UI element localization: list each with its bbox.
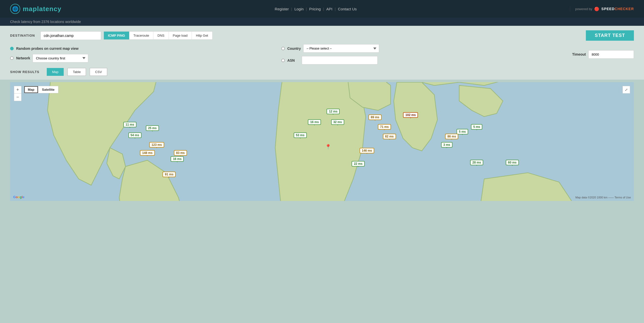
tab-dns[interactable]: DNS — [153, 32, 169, 39]
subheader: Check latency from 2376 locations worldw… — [0, 18, 644, 26]
tab-page-load[interactable]: Page load — [169, 32, 192, 39]
latency-pin-p14: 102 ms — [403, 112, 418, 118]
network-option: Network Choose country first — [10, 54, 88, 62]
timeout-input[interactable] — [588, 50, 634, 59]
protocol-tabs: ICMP PING Traceroute DNS Page load Http … — [104, 31, 213, 40]
result-tab-map[interactable]: Map — [47, 68, 64, 76]
timeout-label: Timeout — [572, 52, 586, 56]
latency-pin-p18: 22 ms — [352, 161, 365, 167]
latency-pin-p17: 146 ms — [359, 148, 374, 153]
google-logo: Google — [13, 195, 25, 199]
network-label: Network — [16, 56, 30, 60]
nav: Register | Login | Pricing | API | Conta… — [275, 7, 357, 11]
logo-globe-icon: 🌐 — [10, 4, 20, 14]
random-probes-label: Random probes on current map view — [16, 47, 79, 51]
latency-pin-p21: 86 ms — [445, 134, 458, 139]
zoom-out-button[interactable]: − — [14, 94, 21, 101]
controls-row3: SHOW RESULTS Map Table CSV — [10, 68, 634, 76]
latency-pin-p15: 71 ms — [378, 124, 391, 130]
nav-api[interactable]: API — [326, 7, 332, 11]
latency-pin-p7: 16 ms — [171, 156, 184, 162]
zoom-in-button[interactable]: + — [14, 86, 21, 94]
nav-register[interactable]: Register — [275, 7, 289, 11]
asn-label: ASN — [287, 58, 295, 62]
map-fullscreen-button[interactable]: ⤢ — [623, 86, 630, 94]
map-view-map-button[interactable]: Map — [24, 86, 38, 93]
controls-row1: DESTINATION ICMP PING Traceroute DNS Pag… — [10, 30, 634, 41]
latency-pin-p10: 16 ms — [308, 119, 321, 125]
latency-pin-p23: 28 ms — [470, 160, 483, 165]
logo-text: maplatency — [23, 5, 61, 13]
latency-pin-p24: 60 ms — [506, 160, 519, 165]
nav-login[interactable]: Login — [294, 7, 304, 11]
timeout-area: Timeout — [572, 50, 634, 59]
result-tab-csv[interactable]: CSV — [90, 68, 107, 76]
latency-pin-p1: 11 ms — [123, 122, 136, 127]
map-container: + − Map Satellite ⤢ 📍 11 ms25 ms54 ms123… — [10, 82, 634, 201]
random-probes-radio[interactable] — [10, 47, 14, 50]
latency-pin-p11: 32 ms — [331, 119, 344, 125]
random-probes-option: Random probes on current map view — [10, 47, 88, 51]
tagline: Check latency from 2376 locations worldw… — [10, 20, 81, 24]
result-tab-table[interactable]: Table — [67, 68, 86, 76]
tab-http-get[interactable]: Http Get — [192, 32, 212, 39]
controls-panel: DESTINATION ICMP PING Traceroute DNS Pag… — [0, 26, 644, 80]
latency-pin-p3: 54 ms — [128, 132, 142, 138]
asn-radio[interactable] — [281, 59, 285, 62]
start-test-button[interactable]: START TEST — [586, 30, 634, 41]
asn-option: ASN — [281, 56, 379, 64]
speedchecker-logo: SPEEDCHECKER — [601, 7, 634, 11]
latency-pin-p16: 82 ms — [383, 134, 396, 139]
latency-pin-p22: 3 ms — [441, 142, 452, 148]
nav-contact[interactable]: Contact Us — [338, 7, 357, 11]
map-view-satellite-button[interactable]: Satellite — [38, 86, 58, 93]
tab-icmp-ping[interactable]: ICMP PING — [104, 32, 129, 39]
logo-area: 🌐 maplatency — [10, 4, 61, 14]
latency-pin-p13: 89 ms — [369, 114, 382, 120]
latency-pin-p4: 123 ms — [149, 142, 164, 148]
latency-pin-p19: 5 ms — [471, 124, 482, 130]
destination-input[interactable] — [40, 31, 101, 40]
nav-pricing[interactable]: Pricing — [309, 7, 321, 11]
show-results-label: SHOW RESULTS — [10, 70, 43, 74]
destination-label: DESTINATION — [10, 34, 38, 37]
country-radio[interactable] — [281, 47, 285, 50]
network-radio[interactable] — [10, 56, 14, 60]
latency-pin-p9: 12 ms — [327, 109, 340, 114]
latency-pin-p8: 91 ms — [163, 172, 176, 177]
controls-row2: Random probes on current map view Networ… — [10, 44, 634, 64]
tab-traceroute[interactable]: Traceroute — [129, 32, 153, 39]
map-zoom-controls: + − — [14, 86, 21, 101]
latency-pin-p5: 148 ms — [140, 150, 155, 156]
latency-pin-p20: 5 ms — [457, 129, 468, 134]
map-svg — [10, 82, 634, 201]
latency-pin-p6: 83 ms — [174, 150, 187, 156]
powered-by: powered by 🔴 SPEEDCHECKER — [570, 7, 634, 11]
map-inner[interactable]: + − Map Satellite ⤢ 📍 11 ms25 ms54 ms123… — [10, 82, 634, 201]
asn-input[interactable] — [302, 56, 378, 64]
header: 🌐 maplatency Register | Login | Pricing … — [0, 0, 644, 18]
latency-pin-p2: 25 ms — [146, 125, 159, 131]
latency-pin-p12: 53 ms — [294, 132, 307, 138]
map-footer-text: Map data ©2020 1000 km —— Terms of Use — [576, 196, 631, 199]
country-select[interactable]: – Please select – — [303, 44, 379, 53]
network-select[interactable]: Choose country first — [33, 54, 88, 62]
country-label: Country — [287, 47, 301, 51]
map-view-toggle: Map Satellite — [24, 86, 58, 93]
destination-pin: 📍 — [325, 144, 331, 150]
country-option: Country – Please select – — [281, 44, 379, 53]
